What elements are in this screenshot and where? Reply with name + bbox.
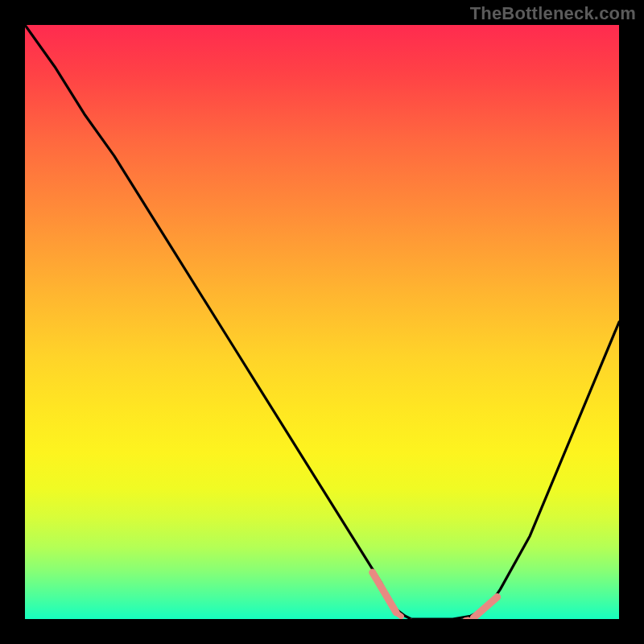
watermark-text: TheBottleneck.com [470, 3, 636, 24]
plot-area [25, 25, 619, 619]
bottleneck-curve-line [25, 25, 619, 619]
optimal-marker-left [373, 572, 397, 613]
curve-layer [25, 25, 619, 619]
chart-frame: TheBottleneck.com [0, 0, 644, 644]
optimal-marker-right [473, 597, 497, 618]
